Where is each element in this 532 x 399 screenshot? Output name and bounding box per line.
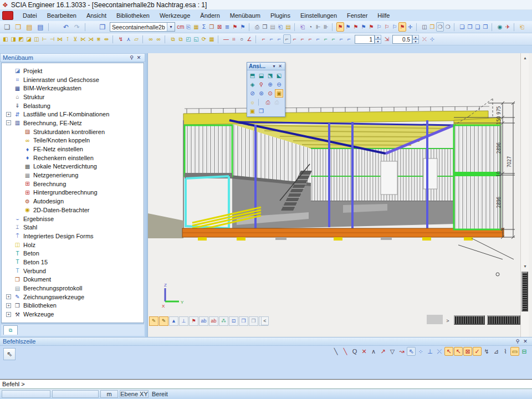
menu-plugins[interactable]: Plugins <box>265 11 295 20</box>
menu-hilfe[interactable]: Hilfe <box>372 11 395 20</box>
save-icon[interactable]: ▤ <box>35 22 46 32</box>
separator[interactable] <box>454 23 457 32</box>
line-grid-icon[interactable]: ⊥ <box>426 347 434 356</box>
tree-expander[interactable]: + <box>6 294 11 299</box>
units-icon[interactable]: cm <box>177 22 185 32</box>
menu-fenster[interactable]: Fenster <box>342 11 372 20</box>
connection-8-icon[interactable]: ⌐ <box>314 34 322 44</box>
separator[interactable] <box>112 35 116 44</box>
snap-peak-icon[interactable]: ∧ <box>369 347 378 356</box>
tree-item-ergebnisse[interactable]: ⌣ Ergebnisse <box>2 214 144 223</box>
cursor-snap-icon[interactable]: ⇖ <box>407 347 416 356</box>
copy-sub-icon[interactable]: ◱ <box>192 34 200 44</box>
tree-item-idf[interactable]: ⍑ Integriertes Design Forms <box>2 232 144 241</box>
separator[interactable] <box>48 23 59 32</box>
spinner-up-icon[interactable]: ▴ <box>412 35 419 39</box>
snap-off-icon[interactable]: ✕ <box>360 347 369 356</box>
scroll-right-icon[interactable]: > <box>444 316 452 325</box>
connection-2-icon[interactable]: ⌐ <box>268 34 275 44</box>
open-icon[interactable]: ❒ <box>13 22 24 32</box>
snap-ruler-icon[interactable]: ▭ <box>510 347 519 356</box>
menu-einstellungen[interactable]: Einstellungen <box>295 11 342 20</box>
labels-ab-icon[interactable]: ab <box>199 316 208 326</box>
gallery-icon[interactable]: ⎘ <box>185 22 192 32</box>
connection-5-icon[interactable]: ⌐ <box>291 34 299 44</box>
curve-icon[interactable]: ↯ <box>117 34 125 44</box>
show-sections-icon[interactable]: ⚑ <box>367 22 375 32</box>
disconnect-icon[interactable]: ⋊ <box>87 34 95 44</box>
scroll-up-icon[interactable]: ▴ <box>521 54 529 62</box>
collapse-icon[interactable]: ⇹ <box>103 34 110 44</box>
h-scroll-thumb[interactable] <box>427 315 443 324</box>
tree-item-netzverdichtung[interactable]: ▩ Lokale Netzverdichtung <box>2 162 144 171</box>
weld-icon[interactable]: ⋇ <box>95 34 103 44</box>
connection-9-icon[interactable]: ⌐ <box>322 34 330 44</box>
close-icon[interactable]: ✕ <box>277 64 283 69</box>
separator[interactable] <box>294 23 298 32</box>
loads-icon[interactable]: ⚑ <box>189 316 198 326</box>
trim-icon[interactable]: ⊺ <box>64 34 71 44</box>
view-3d-window-icon[interactable]: ❐ <box>257 107 265 115</box>
rotate-node-icon[interactable]: ◪ <box>25 34 33 44</box>
join-beam-icon[interactable]: ⊣ <box>48 34 56 44</box>
zoom-doc-icon[interactable]: ◔ <box>306 22 314 32</box>
tree-expander[interactable]: − <box>6 120 11 125</box>
menu-bibliotheken[interactable]: Bibliotheken <box>111 11 155 20</box>
separator[interactable] <box>416 23 420 32</box>
show-model-icon[interactable]: ⚐ <box>391 22 398 32</box>
menu-bearbeiten[interactable]: Bearbeiten <box>42 11 81 20</box>
scia-app-icon[interactable] <box>2 11 13 20</box>
print-preview-icon[interactable]: ❒ <box>261 22 269 32</box>
pin-icon[interactable]: ⚲ <box>514 339 521 344</box>
tree-item-struktur[interactable]: ⌂ Struktur <box>2 93 144 101</box>
tree-item-beton15[interactable]: T Beton 15 <box>2 258 144 267</box>
status-plane[interactable]: Ebene XY <box>120 390 149 398</box>
snap-tangent-icon[interactable]: ↝ <box>397 347 406 356</box>
tree-item-netzgenerierung[interactable]: ▦ Netzgenerierung <box>2 171 144 180</box>
connection-1-icon[interactable]: ⌐ <box>260 34 268 44</box>
tree-item-bim[interactable]: ▦ BIM-Werkzeugkasten <box>2 84 144 93</box>
polygon-icon[interactable]: ▱ <box>132 34 140 44</box>
grid-size-value[interactable]: 1 <box>355 35 375 44</box>
member-check2-icon[interactable]: ⚑ <box>239 22 247 32</box>
redo-icon[interactable]: ↷ <box>71 22 83 32</box>
separator[interactable] <box>255 35 259 44</box>
snap-intersection-icon[interactable]: ⊠ <box>463 347 472 356</box>
move-node-icon[interactable]: ◧ <box>2 34 9 44</box>
chevron-down-icon[interactable]: ▾ <box>167 23 175 31</box>
separator[interactable] <box>165 35 168 44</box>
line-red-icon[interactable]: — <box>222 34 230 44</box>
document-icon[interactable]: ▤ <box>269 22 277 32</box>
separator[interactable] <box>332 23 335 32</box>
show-axes-icon[interactable]: ⚐ <box>383 22 391 32</box>
connect-icon[interactable]: ⋉ <box>79 34 87 44</box>
snap-midpoint-icon[interactable]: ↖ <box>454 347 463 356</box>
clip-box-icon[interactable]: ▣ <box>275 89 283 98</box>
link2-icon[interactable]: ⧉ <box>177 34 185 44</box>
tree-expander[interactable]: + <box>6 303 11 308</box>
snap-table-icon[interactable]: ⊟ <box>520 347 529 356</box>
tree-item-belastung[interactable]: ⇓ Belastung <box>2 101 144 110</box>
snap-line-icon[interactable]: ╲ <box>331 347 340 356</box>
supports-icon[interactable]: ⊥ <box>179 316 188 326</box>
circle-icon[interactable]: ○ <box>238 34 245 44</box>
chevron-down-icon[interactable]: ▾ <box>271 64 277 69</box>
layers-icon[interactable]: ≣ <box>223 22 231 32</box>
snap-triangle-icon[interactable]: ▽ <box>388 347 397 356</box>
tree-item-berechnung[interactable]: ⊞ Berechnung <box>2 180 144 188</box>
show-nodes-icon[interactable]: ⚐ <box>375 22 383 32</box>
close-icon[interactable]: ✕ <box>521 339 529 344</box>
cross-beam-icon[interactable]: ⋈ <box>56 34 64 44</box>
document-combo[interactable]: Seecontainerhalle2b ▾ <box>110 22 175 32</box>
template-icon[interactable]: ▤ <box>284 22 292 32</box>
activity-icon[interactable]: Σ <box>200 22 208 32</box>
bezier-icon[interactable]: ⋏ <box>125 34 132 44</box>
snap-perpendicular-icon[interactable]: ⊿ <box>492 347 500 356</box>
tree-item-teile-knoten[interactable]: ∞ Teile/Knoten koppeln <box>2 136 144 145</box>
animation-slider-1[interactable] <box>454 315 485 325</box>
export-folder-icon[interactable]: ⎗ <box>518 22 526 32</box>
animation-slider-2[interactable] <box>487 315 520 325</box>
zoom-out-icon[interactable]: ⊖ <box>275 80 283 89</box>
export-icon[interactable]: ⎗ <box>277 22 284 32</box>
separator[interactable] <box>492 23 495 32</box>
